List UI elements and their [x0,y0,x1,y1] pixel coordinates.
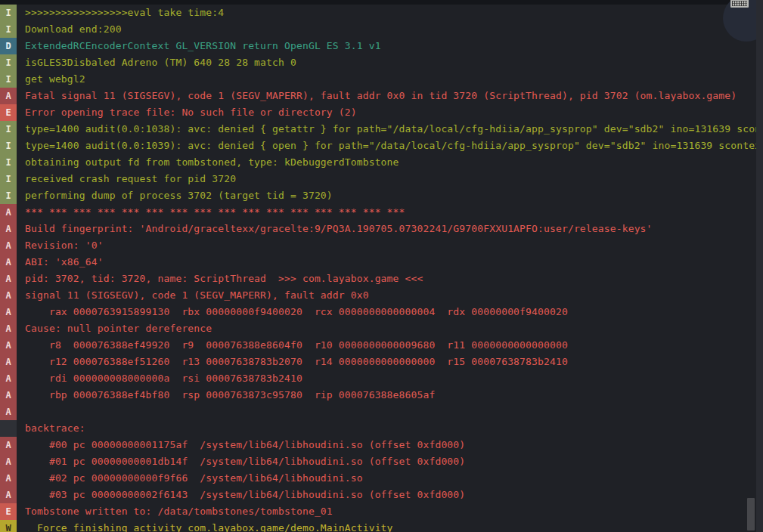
log-row[interactable]: I performing dump of process 3702 (targe… [0,187,763,204]
severity-badge: I [0,21,17,38]
severity-badge: A [0,88,17,104]
log-message: #01 pc 00000000001db14f /system/lib64/li… [17,453,763,470]
log-message: performing dump of process 3702 (target … [17,187,763,204]
pixel-label-icon [730,0,749,8]
log-message: Force finishing activity com.layabox.gam… [17,520,763,532]
severity-badge: W [0,520,17,532]
severity-badge: I [0,54,17,71]
severity-badge: D [0,38,17,54]
log-message: received crash request for pid 3720 [17,171,763,187]
severity-badge [0,420,17,437]
severity-badge: A [0,271,17,287]
log-message: pid: 3702, tid: 3720, name: ScriptThread… [17,271,763,287]
severity-badge: I [0,121,17,138]
severity-badge: I [0,71,17,88]
severity-badge: E [0,503,17,520]
log-row[interactable]: I type=1400 audit(0.0:1038): avc: denied… [0,121,763,138]
severity-badge: A [0,237,17,254]
severity-badge: E [0,104,17,121]
log-message: type=1400 audit(0.0:1039): avc: denied {… [17,138,763,154]
log-message: #03 pc 00000000002f6143 /system/lib64/li… [17,487,763,503]
log-message: ExtendedRCEncoderContext GL_VERSION retu… [17,38,763,54]
log-message: Revision: '0' [17,237,763,254]
severity-badge: I [0,187,17,204]
log-row[interactable]: I Download end:200 [0,21,763,38]
log-message: r12 000076388ef51260 r13 00007638783b207… [17,354,763,370]
log-message: Build fingerprint: 'Android/graceltexx/g… [17,221,763,237]
log-message: Tombstone written to: /data/tombstones/t… [17,503,763,520]
log-message: *** *** *** *** *** *** *** *** *** *** … [17,204,763,221]
scrollbar-thumb[interactable] [747,498,755,530]
severity-badge: A [0,470,17,487]
severity-badge: A [0,370,17,387]
log-row[interactable]: A ABI: 'x86_64' [0,254,763,271]
log-message: type=1400 audit(0.0:1038): avc: denied {… [17,121,763,138]
log-row[interactable]: A #03 pc 00000000002f6143 /system/lib64/… [0,487,763,503]
log-message: #00 pc 00000000001175af /system/lib64/li… [17,437,763,453]
severity-badge: I [0,138,17,154]
log-row[interactable]: A signal 11 (SIGSEGV), code 1 (SEGV_MAPE… [0,287,763,304]
severity-badge: A [0,437,17,453]
log-row[interactable]: backtrace: [0,420,763,437]
log-row[interactable]: E Error opening trace file: No such file… [0,104,763,121]
severity-badge: A [0,254,17,271]
severity-badge: I [0,154,17,171]
log-row[interactable]: A Revision: '0' [0,237,763,254]
severity-badge: A [0,387,17,404]
severity-badge: A [0,404,17,420]
severity-badge: A [0,337,17,354]
severity-badge: A [0,287,17,304]
log-message: ABI: 'x86_64' [17,254,763,271]
log-row[interactable]: A #02 pc 00000000000f9f66 /system/lib64/… [0,470,763,487]
log-message: r8 000076388ef49920 r9 000076388e8604f0 … [17,337,763,354]
log-row[interactable]: A rbp 000076388ef4bf80 rsp 0000763873c95… [0,387,763,404]
severity-badge: I [0,171,17,187]
log-row[interactable]: I type=1400 audit(0.0:1039): avc: denied… [0,138,763,154]
log-row[interactable]: I get webgl2 [0,71,763,88]
log-message: isGLES3Disbaled Adreno (TM) 640 28 28 ma… [17,54,763,71]
log-row[interactable]: A pid: 3702, tid: 3720, name: ScriptThre… [0,271,763,287]
log-row[interactable]: A #00 pc 00000000001175af /system/lib64/… [0,437,763,453]
scrollbar-track[interactable] [756,0,763,532]
severity-badge: A [0,320,17,337]
log-row[interactable]: W Force finishing activity com.layabox.g… [0,520,763,532]
log-message: backtrace: [17,420,763,437]
log-message: #02 pc 00000000000f9f66 /system/lib64/li… [17,470,763,487]
log-row[interactable]: A *** *** *** *** *** *** *** *** *** **… [0,204,763,221]
log-row[interactable]: I >>>>>>>>>>>>>>>>>eval take time:4 [0,5,763,21]
log-message [17,404,763,420]
log-row[interactable]: I isGLES3Disbaled Adreno (TM) 640 28 28 … [0,54,763,71]
log-message: obtaining output fd from tombstoned, typ… [17,154,763,171]
log-row[interactable]: A Fatal signal 11 (SIGSEGV), code 1 (SEG… [0,88,763,104]
log-message: rdi 000000008000000a rsi 00007638783b241… [17,370,763,387]
severity-badge: A [0,354,17,370]
log-message: get webgl2 [17,71,763,88]
log-message: Fatal signal 11 (SIGSEGV), code 1 (SEGV_… [17,88,763,104]
log-row[interactable]: A rdi 000000008000000a rsi 00007638783b2… [0,370,763,387]
log-message: Error opening trace file: No such file o… [17,104,763,121]
log-row[interactable]: A [0,404,763,420]
log-row[interactable]: I obtaining output fd from tombstoned, t… [0,154,763,171]
severity-badge: A [0,487,17,503]
log-message: rbp 000076388ef4bf80 rsp 0000763873c9578… [17,387,763,404]
severity-badge: A [0,453,17,470]
log-row[interactable]: A Cause: null pointer dereference [0,320,763,337]
severity-badge: A [0,221,17,237]
log-message: >>>>>>>>>>>>>>>>>eval take time:4 [17,5,763,21]
log-row[interactable]: I received crash request for pid 3720 [0,171,763,187]
log-row[interactable]: D ExtendedRCEncoderContext GL_VERSION re… [0,38,763,54]
log-row[interactable]: A rax 0000763915899130 rbx 00000000f9400… [0,304,763,320]
log-message: Cause: null pointer dereference [17,320,763,337]
severity-badge: I [0,5,17,21]
log-row[interactable]: A r12 000076388ef51260 r13 00007638783b2… [0,354,763,370]
log-message: Download end:200 [17,21,763,38]
log-message: signal 11 (SIGSEGV), code 1 (SEGV_MAPERR… [17,287,763,304]
log-row[interactable]: A r8 000076388ef49920 r9 000076388e8604f… [0,337,763,354]
log-row[interactable]: A #01 pc 00000000001db14f /system/lib64/… [0,453,763,470]
log-list: I >>>>>>>>>>>>>>>>>eval take time:4 I Do… [0,5,763,532]
severity-badge: A [0,204,17,221]
log-message: rax 0000763915899130 rbx 00000000f940002… [17,304,763,320]
log-row[interactable]: A Build fingerprint: 'Android/graceltexx… [0,221,763,237]
severity-badge: A [0,304,17,320]
log-row[interactable]: E Tombstone written to: /data/tombstones… [0,503,763,520]
